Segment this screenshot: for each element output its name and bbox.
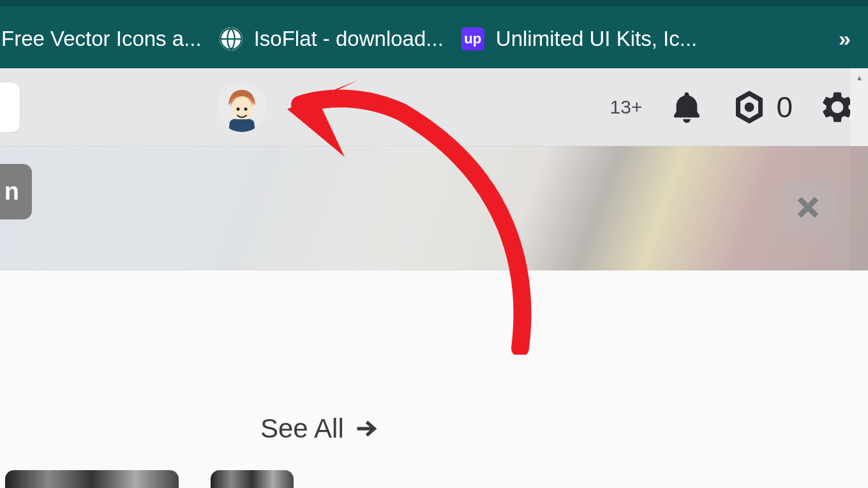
- notifications-button[interactable]: [669, 89, 705, 125]
- see-all-label: See All: [260, 413, 344, 444]
- bell-icon: [669, 89, 705, 125]
- bookmark-label: Free Vector Icons a...: [1, 27, 202, 51]
- thumbnail-row: [0, 470, 294, 488]
- age-rating-label: 13+: [610, 96, 643, 118]
- main-content: See All: [0, 270, 868, 488]
- svg-point-6: [745, 102, 754, 112]
- app-topbar: 13+ 0: [0, 68, 868, 146]
- svg-point-4: [237, 107, 240, 110]
- game-thumbnail[interactable]: [211, 470, 294, 488]
- close-icon: [795, 195, 821, 220]
- globe-icon: [220, 27, 243, 50]
- browser-bookmark-bar: Free Vector Icons a... IsoFlat - downloa…: [0, 0, 868, 68]
- banner-close-button[interactable]: [781, 181, 835, 234]
- bookmark-label: IsoFlat - download...: [254, 27, 444, 51]
- promo-banner: n: [0, 146, 868, 270]
- search-input[interactable]: [0, 82, 20, 133]
- bookmark-isoflat[interactable]: IsoFlat - download...: [220, 27, 444, 51]
- bookmark-uikits[interactable]: up Unlimited UI Kits, Ic...: [461, 27, 697, 51]
- robux-balance[interactable]: 0: [731, 89, 793, 125]
- bookmark-freevector[interactable]: Free Vector Icons a...: [1, 27, 202, 51]
- robux-icon: [731, 89, 767, 125]
- bookmark-label: Unlimited UI Kits, Ic...: [496, 27, 697, 51]
- svg-point-5: [244, 107, 248, 110]
- avatar[interactable]: [217, 82, 267, 132]
- scroll-up-arrow-icon[interactable]: ▴: [850, 68, 868, 86]
- see-all-link[interactable]: See All: [260, 413, 377, 444]
- banner-button-fragment[interactable]: n: [0, 164, 32, 219]
- avatar-image: [217, 82, 267, 132]
- bookmarks-overflow[interactable]: »: [839, 26, 860, 51]
- chevron-double-right-icon: »: [839, 26, 849, 50]
- arrow-right-icon: [354, 417, 377, 440]
- robux-count: 0: [776, 90, 793, 124]
- game-thumbnail[interactable]: [5, 470, 179, 488]
- up-icon: up: [461, 27, 484, 50]
